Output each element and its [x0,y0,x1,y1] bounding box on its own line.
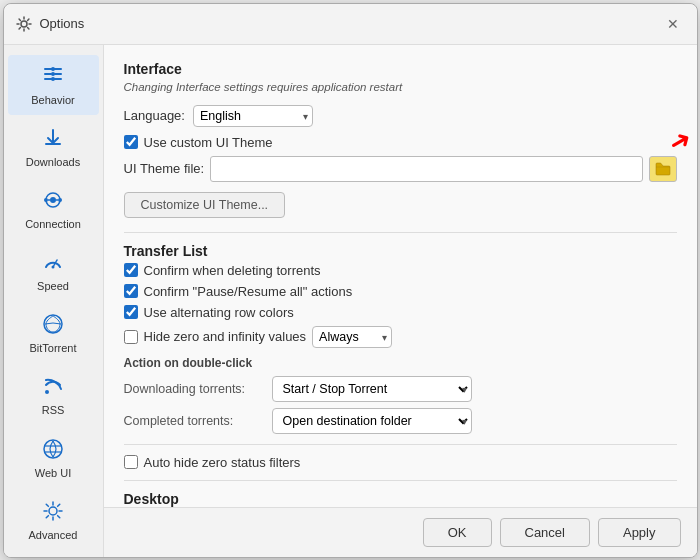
transfer-title: Transfer List [124,243,677,259]
cancel-button[interactable]: Cancel [500,518,590,547]
confirm-delete-row: Confirm when deleting torrents [124,263,677,278]
webui-icon [42,438,64,463]
hide-zero-select[interactable]: Always Never Custom [312,326,392,348]
sidebar-label-downloads: Downloads [26,156,80,169]
transfer-section: Transfer List Confirm when deleting torr… [124,243,677,434]
sidebar-label-webui: Web UI [35,467,71,480]
content-area: Behavior Downloads [4,45,697,557]
completed-torrents-label: Completed torrents: [124,414,264,428]
auto-hide-checkbox[interactable] [124,455,138,469]
sidebar: Behavior Downloads [4,45,104,557]
title-bar: Options ✕ [4,4,697,45]
svg-point-0 [21,21,27,27]
language-row: Language: English French German Spanish [124,105,677,127]
downloads-icon [42,127,64,152]
downloading-torrents-row: Downloading torrents: Start / Stop Torre… [124,376,677,402]
separator-3 [124,480,677,481]
sidebar-label-advanced: Advanced [29,529,78,542]
main-content: Interface Changing Interface settings re… [104,45,697,507]
downloading-torrents-select[interactable]: Start / Stop Torrent Open Open destinati… [272,376,472,402]
ui-theme-file-input[interactable] [210,156,642,182]
sidebar-item-downloads[interactable]: Downloads [8,119,99,177]
behavior-icon [42,63,64,90]
svg-point-13 [58,198,62,202]
hide-zero-checkbox[interactable] [124,330,138,344]
downloading-select-wrapper: Start / Stop Torrent Open Open destinati… [272,376,472,402]
svg-point-17 [52,266,55,269]
svg-point-8 [51,72,55,76]
custom-theme-row: Use custom UI Theme [124,135,677,150]
title-bar-left: Options [16,16,85,32]
svg-point-12 [44,198,48,202]
sidebar-item-webui[interactable]: Web UI [8,430,99,488]
close-button[interactable]: ✕ [661,12,685,36]
speed-icon [42,251,64,276]
ui-theme-file-row: UI Theme file: ➜ [124,156,677,182]
alternating-rows-row: Use alternating row colors [124,305,677,320]
customize-theme-button[interactable]: Customize UI Theme... [124,192,286,218]
confirm-delete-label[interactable]: Confirm when deleting torrents [144,263,321,278]
sidebar-item-speed[interactable]: Speed [8,243,99,301]
interface-note: Changing Interface settings requires app… [124,81,677,93]
alternating-rows-checkbox[interactable] [124,305,138,319]
downloading-torrents-label: Downloading torrents: [124,382,264,396]
language-select-wrapper: English French German Spanish [193,105,313,127]
sidebar-item-advanced[interactable]: Advanced [8,492,99,550]
confirm-pause-checkbox[interactable] [124,284,138,298]
sidebar-item-connection[interactable]: Connection [8,181,99,239]
arrow-container: ➜ [649,156,677,182]
interface-title: Interface [124,61,677,77]
svg-point-9 [51,77,55,81]
bittorrent-icon [42,313,64,338]
svg-point-21 [49,507,57,515]
hide-zero-label[interactable]: Hide zero and infinity values [144,329,307,344]
auto-hide-row: Auto hide zero status filters [124,455,677,470]
confirm-delete-checkbox[interactable] [124,263,138,277]
connection-icon [42,189,64,214]
svg-point-7 [51,67,55,71]
separator-1 [124,232,677,233]
sidebar-label-rss: RSS [42,404,65,417]
confirm-pause-row: Confirm "Pause/Resume all" actions [124,284,677,299]
desktop-title: Desktop [124,491,677,507]
completed-torrents-row: Completed torrents: Open destination fol… [124,408,677,434]
separator-2 [124,444,677,445]
options-icon [16,16,32,32]
auto-hide-label[interactable]: Auto hide zero status filters [144,455,301,470]
options-window: Options ✕ [3,3,698,558]
rss-icon [42,375,64,400]
sidebar-item-rss[interactable]: RSS [8,367,99,425]
apply-button[interactable]: Apply [598,518,681,547]
completed-select-wrapper: Open destination folder Start / Stop Tor… [272,408,472,434]
svg-point-19 [45,390,49,394]
interface-section: Interface Changing Interface settings re… [124,61,677,218]
ui-theme-file-label: UI Theme file: [124,161,205,176]
sidebar-item-bittorrent[interactable]: BitTorrent [8,305,99,363]
ok-button[interactable]: OK [423,518,492,547]
hide-zero-select-wrapper: Always Never Custom [312,326,392,348]
alternating-rows-label[interactable]: Use alternating row colors [144,305,294,320]
folder-browse-button[interactable] [649,156,677,182]
window-title: Options [40,16,85,31]
custom-theme-checkbox[interactable] [124,135,138,149]
language-select[interactable]: English French German Spanish [193,105,313,127]
completed-torrents-select[interactable]: Open destination folder Start / Stop Tor… [272,408,472,434]
sidebar-item-behavior[interactable]: Behavior [8,55,99,115]
advanced-icon [42,500,64,525]
action-double-click-label: Action on double-click [124,356,677,370]
hide-zero-row: Hide zero and infinity values Always Nev… [124,326,677,348]
sidebar-label-behavior: Behavior [31,94,74,107]
custom-theme-label[interactable]: Use custom UI Theme [144,135,273,150]
sidebar-label-speed: Speed [37,280,69,293]
main-panel: Interface Changing Interface settings re… [104,45,697,557]
svg-point-10 [50,197,56,203]
language-label: Language: [124,108,185,123]
sidebar-label-connection: Connection [25,218,81,231]
sidebar-label-bittorrent: BitTorrent [29,342,76,355]
desktop-section: Desktop Start qBittorrent on Windows sta… [124,491,677,507]
bottom-bar: OK Cancel Apply [104,507,697,557]
svg-point-20 [44,440,62,458]
confirm-pause-label[interactable]: Confirm "Pause/Resume all" actions [144,284,353,299]
